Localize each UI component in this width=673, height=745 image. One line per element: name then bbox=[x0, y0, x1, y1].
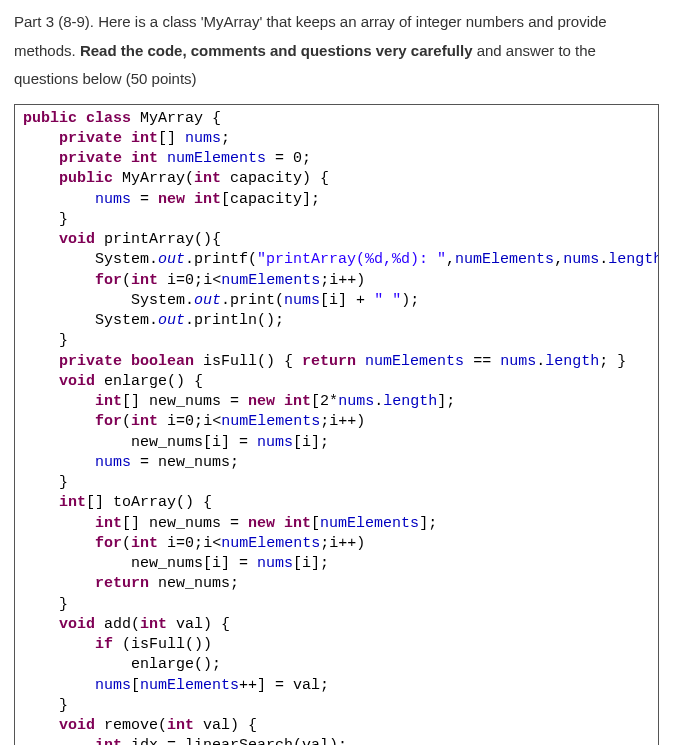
code-token: length bbox=[545, 353, 599, 370]
code-token: ] = bbox=[221, 434, 257, 451]
code-token: idx bbox=[131, 737, 158, 745]
code-token: System. bbox=[23, 292, 194, 309]
code-token: ++) bbox=[338, 413, 365, 430]
code-token: ]; bbox=[311, 555, 329, 572]
code-token: nums bbox=[563, 251, 599, 268]
code-token: ( bbox=[122, 413, 131, 430]
code-token: val bbox=[203, 717, 230, 734]
code-token: nums bbox=[95, 677, 131, 694]
code-token: System. bbox=[23, 251, 158, 268]
code-token: [ bbox=[293, 434, 302, 451]
code-token: = bbox=[176, 413, 185, 430]
code-token: i bbox=[302, 555, 311, 572]
code-token: [ bbox=[221, 191, 230, 208]
code-token: add( bbox=[104, 616, 140, 633]
code-token: length bbox=[383, 393, 437, 410]
code-token: [] new_nums = bbox=[122, 515, 248, 532]
code-token: nums bbox=[95, 454, 131, 471]
code-token: 0 bbox=[185, 535, 194, 552]
code-token: nums bbox=[185, 130, 221, 147]
code-token: ; bbox=[320, 272, 329, 289]
code-token: ; bbox=[194, 413, 203, 430]
code-token: if bbox=[95, 636, 122, 653]
code-token: int bbox=[194, 191, 221, 208]
code-token: . bbox=[374, 393, 383, 410]
code-token: i bbox=[203, 413, 212, 430]
code-token: [2* bbox=[311, 393, 338, 410]
code-listing: public class MyArray { private int[] num… bbox=[23, 109, 650, 746]
intro-line-2a: methods. bbox=[14, 42, 80, 59]
code-token: new_nums[ bbox=[23, 555, 212, 572]
code-token: new_nums; bbox=[158, 575, 239, 592]
code-token: ; bbox=[302, 150, 311, 167]
code-token: nums bbox=[257, 434, 293, 451]
code-token: ; bbox=[194, 535, 203, 552]
code-token: int bbox=[194, 170, 230, 187]
code-token: new_nums bbox=[149, 393, 221, 410]
code-token: enlarge(); bbox=[23, 656, 221, 673]
code-token: [] toArray() { bbox=[86, 494, 212, 511]
code-token: ) { bbox=[203, 616, 230, 633]
code-token: void bbox=[59, 231, 104, 248]
code-token: length bbox=[608, 251, 659, 268]
code-token: nums bbox=[257, 555, 293, 572]
code-token: [] bbox=[158, 130, 185, 147]
code-token: ( bbox=[122, 272, 131, 289]
code-token: int bbox=[284, 515, 311, 532]
code-token: nums bbox=[500, 353, 536, 370]
code-token: 0 bbox=[185, 272, 194, 289]
code-token: new bbox=[248, 393, 284, 410]
code-token: ) { bbox=[302, 170, 329, 187]
code-token: i bbox=[203, 272, 212, 289]
code-token: public bbox=[59, 170, 122, 187]
code-token: = bbox=[266, 150, 293, 167]
code-token: private bbox=[59, 130, 131, 147]
code-token: int bbox=[95, 515, 122, 532]
code-token: } bbox=[23, 474, 68, 491]
code-token: System. bbox=[23, 312, 158, 329]
code-token: = bbox=[131, 191, 158, 208]
code-token: new_nums[ bbox=[23, 434, 212, 451]
code-token: 0 bbox=[185, 413, 194, 430]
code-token: ++) bbox=[338, 535, 365, 552]
code-token: class bbox=[86, 110, 140, 127]
code-token: MyArray( bbox=[122, 170, 194, 187]
code-token: numElements bbox=[221, 535, 320, 552]
code-token: [] bbox=[122, 393, 149, 410]
code-token: private bbox=[59, 353, 131, 370]
code-token: " " bbox=[374, 292, 401, 309]
code-token: new bbox=[158, 191, 194, 208]
code-token: . bbox=[599, 251, 608, 268]
code-token: private bbox=[59, 150, 131, 167]
code-token: int bbox=[167, 717, 203, 734]
code-token: int bbox=[131, 413, 167, 430]
code-token: void bbox=[59, 373, 104, 390]
code-token: i bbox=[329, 292, 338, 309]
code-token: numElements bbox=[167, 150, 266, 167]
code-token: } bbox=[23, 697, 68, 714]
code-token: for bbox=[95, 413, 122, 430]
code-token: = new_nums; bbox=[131, 454, 239, 471]
code-token: "printArray(%d,%d): " bbox=[257, 251, 446, 268]
code-token: int bbox=[131, 272, 167, 289]
code-token: ); bbox=[329, 737, 347, 745]
code-token: i bbox=[329, 535, 338, 552]
code-token: i bbox=[212, 434, 221, 451]
code-token: = linearSearch( bbox=[158, 737, 302, 745]
code-token: val bbox=[302, 737, 329, 745]
intro-line-3: questions below (50 points) bbox=[14, 70, 197, 87]
code-token: , bbox=[446, 251, 455, 268]
code-token: capacity bbox=[230, 191, 302, 208]
intro-line-1: Part 3 (8-9). Here is a class 'MyArray' … bbox=[14, 13, 607, 30]
code-token: == bbox=[464, 353, 500, 370]
code-token: i bbox=[167, 535, 176, 552]
code-token: i bbox=[212, 555, 221, 572]
code-token: i bbox=[302, 434, 311, 451]
code-token: void bbox=[59, 616, 104, 633]
code-token: out bbox=[158, 312, 185, 329]
code-token: numElements bbox=[140, 677, 239, 694]
code-token: nums bbox=[284, 292, 320, 309]
code-token: int bbox=[95, 737, 131, 745]
code-token: void bbox=[59, 717, 104, 734]
code-token: printArray(){ bbox=[104, 231, 221, 248]
